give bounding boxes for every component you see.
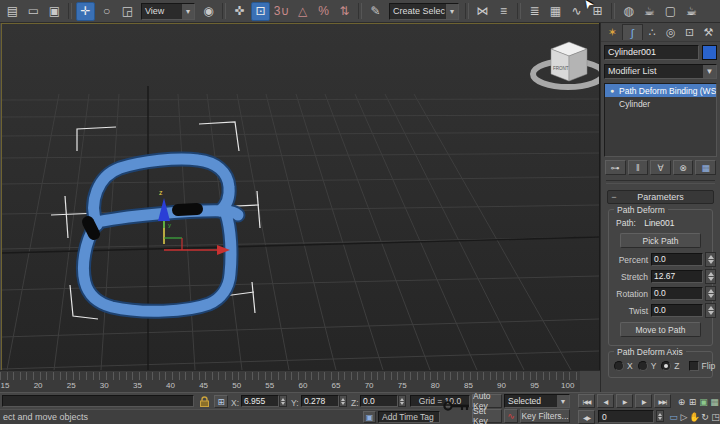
tab-create[interactable]: ✶ — [603, 24, 622, 40]
modifier-stack-toolbar: ⊶‖∀⊗▦ — [604, 160, 717, 175]
next-frame-button[interactable]: |▶ — [635, 394, 652, 408]
go-to-end-button[interactable]: ▶▶| — [654, 394, 671, 408]
go-to-start-button[interactable]: |◀◀ — [578, 394, 595, 408]
axis-radio-x[interactable] — [614, 361, 624, 371]
play-button[interactable]: ▶ — [616, 394, 633, 408]
select-and-rotate-icon[interactable]: ○ — [97, 2, 116, 21]
tab-utilities[interactable]: ⚒ — [699, 24, 718, 40]
z-coordinate-field[interactable]: 0.0 — [360, 395, 398, 407]
axis-radio-y[interactable] — [638, 361, 648, 371]
frame-tick-label: 90 — [497, 381, 506, 390]
track-bar[interactable]: 1520253035404550556065707580859095100 — [0, 370, 580, 393]
key-icon — [443, 399, 470, 413]
angle-snap-icon[interactable]: △ — [293, 2, 312, 21]
tab-motion[interactable]: ◎ — [661, 24, 680, 40]
zoom-extents-icon[interactable]: ▣ — [698, 395, 709, 408]
move-to-path-button[interactable]: Move to Path — [620, 322, 701, 337]
modifier-onoff-bulb-icon[interactable]: ● — [605, 87, 619, 94]
flip-checkbox[interactable] — [689, 361, 699, 371]
time-tag-icon[interactable]: ▣ — [363, 411, 376, 423]
set-key-button[interactable]: Set Key — [472, 409, 502, 423]
align-icon[interactable]: ≡ — [494, 2, 513, 21]
z-spinner[interactable] — [398, 395, 406, 407]
object-name-field[interactable]: Cylinder001 — [604, 45, 699, 60]
modifier-stack-item[interactable]: Cylinder — [605, 97, 716, 110]
tab-display[interactable]: ⊡ — [680, 24, 699, 40]
show-end-result-button[interactable]: ‖ — [628, 160, 649, 175]
track-bar-ticks — [0, 372, 578, 380]
parameter-field-rotation[interactable]: 0.0 — [651, 287, 703, 300]
current-frame-field[interactable]: 0 — [598, 410, 654, 423]
mirror-icon[interactable]: ⋈ — [473, 2, 492, 21]
reference-coordinate-dropdown[interactable]: View▾ — [141, 3, 195, 20]
y-coordinate-field[interactable]: 0.278 — [301, 395, 339, 407]
modifier-stack-item[interactable]: ●Path Deform Binding (WS — [605, 84, 716, 97]
previous-frame-button[interactable]: ◀| — [597, 394, 614, 408]
key-mode-toggle[interactable]: ◀▶ — [578, 410, 595, 424]
select-and-manipulate-icon[interactable]: ✜ — [230, 2, 249, 21]
selection-lock-icon[interactable] — [198, 395, 211, 408]
parameter-label: Percent — [612, 255, 651, 265]
add-time-tag-field[interactable]: Add Time Tag — [378, 411, 440, 423]
modifier-list-dropdown[interactable]: Modifier List ▼ — [604, 64, 717, 79]
transform-typein-icon[interactable]: ⊞ — [214, 395, 228, 408]
region-zoom-icon[interactable]: ▭ — [668, 410, 679, 423]
use-pivot-point-icon[interactable]: ◉ — [199, 2, 218, 21]
make-unique-button[interactable]: ∀ — [650, 160, 671, 175]
parameter-spinner[interactable] — [705, 252, 716, 267]
fov-icon[interactable]: ▷ — [679, 410, 690, 423]
modifier-stack[interactable]: ●Path Deform Binding (WSCylinder — [604, 83, 717, 157]
named-selection-set-dropdown[interactable]: Create Selection Se▾ — [389, 3, 459, 20]
parameter-field-percent[interactable]: 0.0 — [651, 253, 703, 266]
selection-set-key-dropdown[interactable]: Selected ▼ — [504, 394, 570, 408]
window-crossing-icon[interactable]: ▣ — [45, 2, 64, 21]
key-filters-button[interactable]: Key Filters... — [520, 409, 570, 423]
parameter-field-stretch[interactable]: 12.67 — [651, 270, 703, 283]
ribbon-toggle-icon[interactable]: ▦ — [546, 2, 565, 21]
parameter-field-twist[interactable]: 0.0 — [651, 304, 703, 317]
material-editor-icon[interactable]: ◍ — [619, 2, 638, 21]
default-in-out-tangents-icon[interactable]: ∿ — [504, 409, 518, 423]
orbit-icon[interactable]: ↻ — [700, 410, 711, 423]
x-coordinate-field[interactable]: 6.955 — [241, 395, 279, 407]
parameter-spinner[interactable] — [705, 286, 716, 301]
object-color-swatch[interactable] — [702, 45, 717, 60]
remove-modifier-button[interactable]: ⊗ — [673, 160, 694, 175]
render-setup-icon[interactable]: ☕ — [640, 2, 659, 21]
percent-snap-icon[interactable]: % — [314, 2, 333, 21]
render-production-icon[interactable]: ☕ — [682, 2, 701, 21]
rendered-frame-window-icon[interactable]: ▢ — [661, 2, 680, 21]
y-spinner[interactable] — [339, 395, 347, 407]
edit-named-selection-sets-icon[interactable]: ✎ — [366, 2, 385, 21]
keyboard-override-toggle-icon[interactable]: ⊡ — [251, 2, 270, 21]
pan-icon[interactable]: ✋ — [689, 410, 700, 423]
spinner-snap-icon[interactable]: ⇅ — [335, 2, 354, 21]
x-spinner[interactable] — [279, 395, 287, 407]
layer-manager-icon[interactable]: ≣ — [525, 2, 544, 21]
select-and-move-icon[interactable]: ✛ — [76, 2, 95, 21]
path-deform-group: Path Deform Path: Line001 Pick Path Perc… — [608, 209, 713, 346]
parameters-rollout-header[interactable]: − Parameters — [607, 190, 714, 204]
zoom-extents-all-icon[interactable]: ▦ — [709, 395, 720, 408]
parameter-spinner[interactable] — [705, 269, 716, 284]
maximize-viewport-icon[interactable]: ◳ — [710, 410, 720, 423]
frame-spinner[interactable] — [656, 410, 664, 422]
snaps-toggle-3d-icon[interactable]: 3∪ — [272, 2, 291, 21]
collapse-icon[interactable]: − — [608, 192, 620, 202]
reference-coordinate-dropdown-label: View — [142, 6, 181, 16]
select-and-scale-icon[interactable]: ◲ — [118, 2, 137, 21]
rectangular-selection-icon[interactable]: ▭ — [24, 2, 43, 21]
zoom-icon[interactable]: ⊕ — [676, 395, 687, 408]
select-by-name-icon[interactable]: ▤ — [3, 2, 22, 21]
axis-radio-z[interactable] — [661, 361, 671, 371]
parameter-spinner[interactable] — [705, 303, 716, 318]
frame-tick-label: 50 — [232, 381, 241, 390]
chevron-down-icon: ▾ — [181, 4, 194, 19]
pin-stack-button[interactable]: ⊶ — [605, 160, 626, 175]
pick-path-button[interactable]: Pick Path — [620, 233, 701, 248]
tab-modify[interactable]: ∫ — [622, 24, 643, 40]
tab-hierarchy[interactable]: ∴ — [643, 24, 662, 40]
zoom-all-icon[interactable]: ⊞ — [687, 395, 698, 408]
perspective-viewport[interactable]: z y FRONT — [1, 23, 600, 372]
configure-modifier-sets-button[interactable]: ▦ — [695, 160, 716, 175]
